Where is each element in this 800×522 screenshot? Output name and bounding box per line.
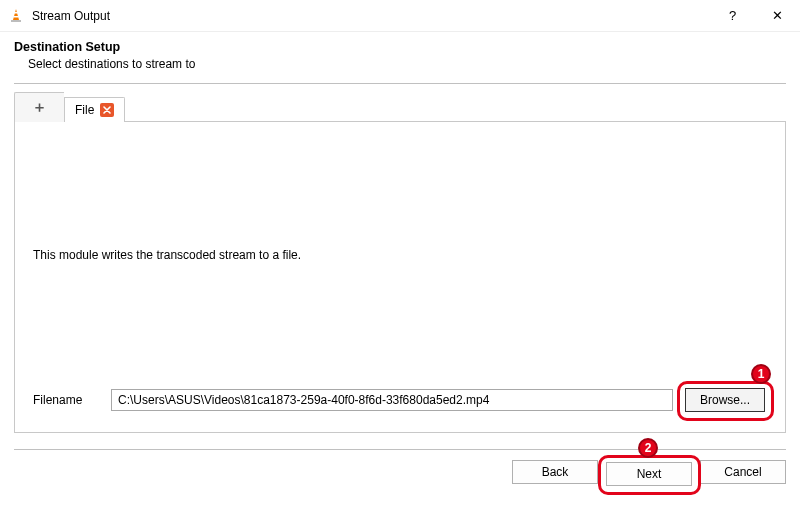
plus-icon: ＋ bbox=[32, 98, 47, 117]
back-button[interactable]: Back bbox=[512, 460, 598, 484]
divider bbox=[14, 83, 786, 84]
x-icon bbox=[103, 106, 111, 114]
wizard-header: Destination Setup Select destinations to… bbox=[0, 32, 800, 81]
filename-row: Filename Browse... 1 bbox=[33, 386, 767, 414]
tab-panel-file: This module writes the transcoded stream… bbox=[14, 121, 786, 433]
tabbar: ＋ File bbox=[14, 92, 786, 122]
cancel-button[interactable]: Cancel bbox=[700, 460, 786, 484]
svg-rect-1 bbox=[11, 20, 21, 22]
help-icon: ? bbox=[729, 8, 736, 23]
help-button[interactable]: ? bbox=[710, 0, 755, 32]
close-icon: ✕ bbox=[772, 8, 783, 23]
content-area: ＋ File This module writes the transcoded… bbox=[0, 92, 800, 433]
tab-close-button[interactable] bbox=[100, 103, 114, 117]
browse-button[interactable]: Browse... bbox=[685, 388, 765, 412]
svg-marker-0 bbox=[13, 9, 19, 20]
window-title: Stream Output bbox=[32, 9, 110, 23]
tab-file-label: File bbox=[75, 103, 94, 117]
annotation-badge-2: 2 bbox=[638, 438, 658, 458]
annotation-badge-1: 1 bbox=[751, 364, 771, 384]
close-window-button[interactable]: ✕ bbox=[755, 0, 800, 32]
module-description: This module writes the transcoded stream… bbox=[33, 248, 767, 262]
filename-input[interactable] bbox=[111, 389, 673, 411]
svg-rect-2 bbox=[14, 12, 18, 14]
tab-file[interactable]: File bbox=[64, 97, 125, 122]
app-icon bbox=[8, 8, 24, 24]
wizard-subtitle: Select destinations to stream to bbox=[14, 54, 786, 71]
next-button[interactable]: Next bbox=[606, 462, 692, 486]
svg-rect-3 bbox=[14, 16, 19, 18]
filename-label: Filename bbox=[33, 393, 101, 407]
titlebar: Stream Output ? ✕ bbox=[0, 0, 800, 32]
add-destination-tab[interactable]: ＋ bbox=[14, 92, 64, 122]
footer: Back Next 2 Cancel bbox=[0, 450, 800, 488]
wizard-title: Destination Setup bbox=[14, 40, 786, 54]
